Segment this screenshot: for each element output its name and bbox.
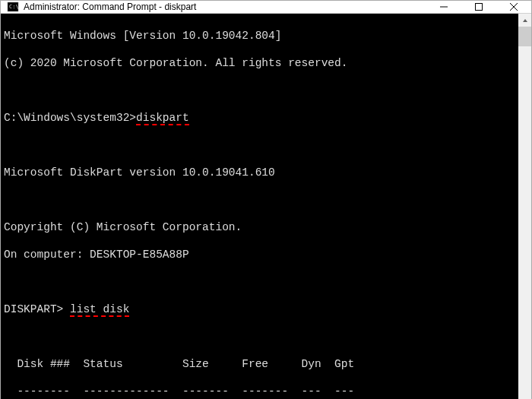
svg-text:C:\: C:\ xyxy=(9,4,19,10)
disk-table-header: Disk ### Status Size Free Dyn Gpt xyxy=(4,357,515,371)
vertical-scrollbar[interactable] xyxy=(518,14,531,399)
windows-version-line: Microsoft Windows [Version 10.0.19042.80… xyxy=(4,29,515,43)
cmd-icon: C:\ xyxy=(7,1,19,13)
close-button[interactable] xyxy=(496,1,531,13)
scroll-thumb[interactable] xyxy=(518,27,531,46)
maximize-button[interactable] xyxy=(461,1,496,13)
diskpart-version-line: Microsoft DiskPart version 10.0.19041.61… xyxy=(4,166,515,179)
app-window: C:\ Administrator: Command Prompt - disk… xyxy=(0,0,532,399)
windows-copyright-line: (c) 2020 Microsoft Corporation. All righ… xyxy=(4,56,515,70)
svg-marker-6 xyxy=(523,19,527,22)
window-controls xyxy=(426,1,531,13)
command-list-disk: list disk xyxy=(70,303,129,317)
minimize-button[interactable] xyxy=(426,1,461,13)
diskpart-copyright-line: Copyright (C) Microsoft Corporation. xyxy=(4,220,515,234)
prompt-prefix: C:\Windows\system32> xyxy=(4,112,136,124)
blank-line xyxy=(4,138,515,152)
scroll-up-button[interactable] xyxy=(518,14,531,27)
blank-line xyxy=(4,193,515,207)
prompt-line-1: C:\Windows\system32>diskpart xyxy=(4,111,515,125)
window-title: Administrator: Command Prompt - diskpart xyxy=(24,2,426,12)
blank-line xyxy=(4,330,515,344)
diskpart-prompt: DISKPART> xyxy=(4,303,70,315)
terminal-container: Microsoft Windows [Version 10.0.19042.80… xyxy=(1,14,531,399)
titlebar[interactable]: C:\ Administrator: Command Prompt - disk… xyxy=(1,1,531,14)
disk-table-divider: -------- ------------- ------- ------- -… xyxy=(4,385,515,398)
prompt-line-2: DISKPART> list disk xyxy=(4,302,515,316)
terminal-output[interactable]: Microsoft Windows [Version 10.0.19042.80… xyxy=(1,14,518,399)
svg-rect-3 xyxy=(476,4,483,11)
blank-line xyxy=(4,275,515,289)
command-diskpart: diskpart xyxy=(136,112,189,125)
blank-line xyxy=(4,84,515,97)
diskpart-computer-line: On computer: DESKTOP-E85A88P xyxy=(4,248,515,261)
